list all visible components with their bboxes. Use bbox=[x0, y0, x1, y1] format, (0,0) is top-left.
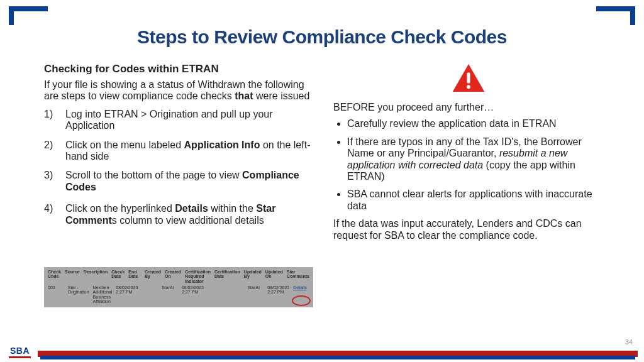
mini-hdr-cell: Certification Date bbox=[214, 270, 240, 283]
mini-data-row: 003 Star - Origination NexGen Additional… bbox=[48, 285, 309, 304]
sba-logo: SBA bbox=[9, 346, 31, 358]
steps-list: Log into ETRAN > Origination and pull up… bbox=[44, 109, 314, 226]
step-1: Log into ETRAN > Origination and pull up… bbox=[44, 109, 314, 132]
step-3: Scroll to the bottom of the page to view… bbox=[44, 170, 314, 193]
step-2: Click on the menu labeled Application In… bbox=[44, 140, 314, 163]
mini-hdr-cell: Description bbox=[84, 270, 108, 283]
right-closing: If the data was input accurately, Lender… bbox=[333, 218, 604, 241]
compliance-table-thumbnail: Check Code Source Description Check Date… bbox=[44, 267, 313, 307]
mini-hdr-cell: Check Code bbox=[48, 270, 61, 283]
mini-cell: 08/02/2023 2:27 PM bbox=[116, 285, 138, 304]
mini-hdr-cell: End Date bbox=[128, 270, 141, 283]
right-lead: BEFORE you proceed any further… bbox=[333, 102, 604, 113]
warning-icon bbox=[452, 63, 486, 93]
footer-bar-blue bbox=[40, 356, 635, 359]
mini-hdr-cell: Check Date bbox=[111, 270, 125, 283]
top-frame bbox=[9, 6, 635, 23]
right-bullets: Carefully review the application data in… bbox=[333, 118, 604, 212]
mini-hdr-cell: Created On bbox=[165, 270, 181, 283]
mini-cell bbox=[228, 285, 244, 304]
step-4-mid: within the bbox=[208, 203, 256, 214]
left-intro: If your file is showing a a status of Wi… bbox=[44, 79, 314, 102]
mini-hdr-cell: Updated On bbox=[265, 270, 283, 283]
frame-stub-left bbox=[9, 6, 14, 25]
page-title: Steps to Review Compliance Check Codes bbox=[0, 26, 644, 48]
step-2-pre: Click on the menu labeled bbox=[65, 140, 184, 150]
step-2-bold: Application Info bbox=[184, 140, 260, 150]
left-subhead: Checking for Codes within ETRAN bbox=[44, 63, 314, 75]
intro-post: were issued bbox=[253, 90, 310, 101]
step-4-bold1: Details bbox=[175, 203, 208, 214]
frame-bar-right bbox=[596, 6, 635, 11]
mini-cell: 08/02/2023 2:27 PM bbox=[182, 285, 204, 304]
page-number: 34 bbox=[625, 338, 633, 346]
mini-cell: StarAI bbox=[247, 285, 264, 304]
mini-hdr-cell: Updated By bbox=[244, 270, 262, 283]
bullet-3: SBA cannot clear alerts for applications… bbox=[347, 189, 604, 212]
mini-hdr-cell: Created By bbox=[145, 270, 161, 283]
mini-header-row: Check Code Source Description Check Date… bbox=[48, 270, 309, 283]
mini-cell: Star - Origination bbox=[68, 285, 89, 304]
mini-cell: StarAI bbox=[162, 285, 178, 304]
right-column: BEFORE you proceed any further… Carefull… bbox=[333, 63, 604, 241]
step-4: Click on the hyperlinked Details within … bbox=[44, 203, 314, 226]
step-1-text: Log into ETRAN > Origination and pull up… bbox=[65, 109, 273, 131]
step-3-pre: Scroll to the bottom of the page to view bbox=[65, 170, 242, 180]
bullet-1-text: Carefully review the application data in… bbox=[347, 118, 557, 129]
mini-cell bbox=[208, 285, 224, 304]
mini-hdr-cell: Certification Required Indicator bbox=[185, 270, 211, 283]
svg-point-2 bbox=[467, 85, 470, 89]
bullet-3-text: SBA cannot clear alerts for applications… bbox=[347, 189, 592, 211]
mini-hdr-cell: Source bbox=[65, 270, 80, 283]
mini-cell: NexGen Additional Business Affiliation bbox=[93, 285, 113, 304]
left-column: Checking for Codes within ETRAN If your … bbox=[44, 63, 314, 234]
mini-hdr-cell: Star Comments bbox=[287, 270, 309, 283]
intro-bold: that bbox=[235, 90, 253, 101]
mini-cell bbox=[142, 285, 158, 304]
frame-stub-right bbox=[630, 6, 635, 25]
mini-cell: 08/02/2023 2:27 PM bbox=[267, 285, 289, 304]
step-4-pre: Click on the hyperlinked bbox=[65, 203, 175, 214]
bullet-2: If there are typos in any of the Tax ID'… bbox=[347, 136, 604, 183]
slide: Steps to Review Compliance Check Codes C… bbox=[0, 0, 644, 362]
mini-cell: 003 bbox=[48, 285, 64, 304]
frame-bar-left bbox=[9, 6, 48, 11]
step-4-post: s column to view additional details bbox=[112, 215, 264, 226]
mini-details-link[interactable]: Details bbox=[293, 285, 309, 304]
bullet-1: Carefully review the application data in… bbox=[347, 118, 604, 129]
svg-rect-1 bbox=[467, 73, 470, 84]
